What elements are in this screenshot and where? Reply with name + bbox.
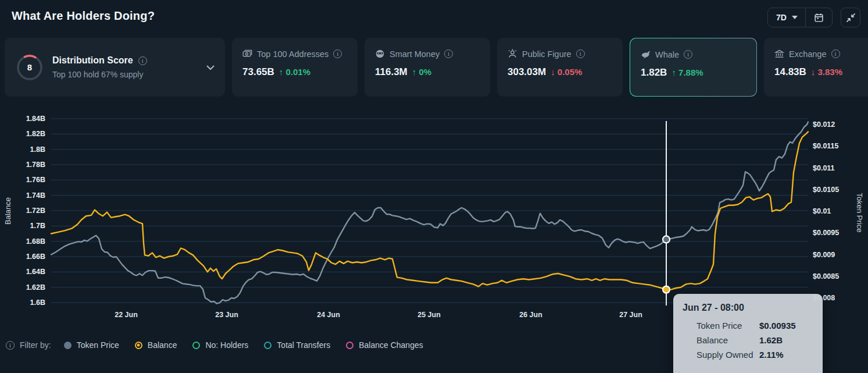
x-axis-tick: 24 Jun: [317, 311, 340, 319]
tooltip-title: Jun 27 - 08:00: [683, 303, 813, 313]
filter-bar: i Filter by: Token PriceBalanceNo: Holde…: [6, 338, 423, 352]
stat-card-label: Whale: [655, 50, 679, 59]
page-title: What Are Holders Doing?: [12, 9, 155, 23]
range-label[interactable]: 7D: [768, 13, 787, 22]
stat-card-whale[interactable]: Whalei1.82B↑ 7.88%: [630, 38, 756, 96]
info-icon[interactable]: i: [138, 56, 147, 65]
filter-option-label: No: Holders: [205, 340, 248, 350]
whale-icon: [641, 49, 651, 59]
filter-radio-icon[interactable]: [64, 342, 72, 349]
right-axis-tick: $0.0115: [813, 142, 839, 150]
distribution-score-card[interactable]: 8 Distribution Score i Top 100 hold 67% …: [5, 38, 225, 97]
left-axis-tick: 1.64B: [0, 268, 45, 276]
tooltip-row-value: 1.62B: [759, 335, 813, 345]
stat-card-value: 1.82B: [641, 67, 667, 78]
smart-money-icon: [375, 49, 385, 59]
x-axis-tick: 23 Jun: [215, 311, 238, 319]
collapse-button[interactable]: [841, 8, 860, 27]
left-axis-tick: 1.66B: [0, 253, 45, 261]
info-icon[interactable]: i: [684, 50, 692, 59]
stat-card-change: ↓ 0.05%: [551, 67, 582, 77]
stat-card-top-100-addresses[interactable]: Top 100 Addressesi73.65B↑ 0.01%: [232, 38, 358, 97]
filter-option-no-holders[interactable]: No: Holders: [192, 340, 248, 350]
right-axis-tick: $0.0105: [813, 186, 839, 194]
filter-option-total-transfers[interactable]: Total Transfers: [264, 340, 330, 350]
chart-plot[interactable]: [51, 119, 808, 303]
filter-radio-icon[interactable]: [135, 342, 142, 349]
tooltip-row: Balance1.62B: [683, 335, 813, 345]
stat-card-public-figure[interactable]: Public Figurei303.03M↓ 0.05%: [497, 38, 623, 97]
stat-card-label: Top 100 Addresses: [257, 49, 328, 59]
stat-card-smart-money[interactable]: Smart Moneyi116.3M↑ 0%: [365, 38, 490, 97]
filter-option-label: Balance Changes: [359, 340, 423, 350]
right-axis-tick: $0.011: [813, 164, 835, 172]
stat-card-change: ↑ 7.88%: [671, 68, 703, 77]
stat-card-label: Smart Money: [390, 49, 440, 59]
tooltip-row-label: Supply Owned: [696, 350, 759, 360]
date-range-selector[interactable]: 7D: [767, 8, 833, 27]
left-axis-tick: 1.68B: [0, 237, 45, 246]
stat-card-value: 116.3M: [375, 66, 408, 77]
right-axis-tick: $0.0095: [813, 229, 839, 237]
info-icon[interactable]: i: [444, 49, 453, 58]
distribution-title: Distribution Score: [52, 55, 133, 66]
filter-option-label: Total Transfers: [277, 340, 330, 350]
x-axis-tick: 25 Jun: [417, 311, 441, 319]
filter-options: Token PriceBalanceNo: HoldersTotal Trans…: [64, 340, 423, 350]
stat-card-label: Public Figure: [522, 49, 571, 59]
stat-card-change: ↑ 0.01%: [279, 67, 310, 77]
money-icon: [242, 49, 252, 59]
x-axis-tick: 26 Jun: [519, 311, 542, 319]
left-axis-tick: 1.6B: [0, 299, 45, 307]
filter-radio-icon[interactable]: [192, 342, 200, 349]
distribution-gauge: 8: [16, 54, 43, 81]
left-axis-tick: 1.84B: [0, 115, 45, 123]
chevron-down-icon[interactable]: [206, 62, 215, 73]
left-axis-tick: 1.8B: [0, 145, 45, 154]
stat-card-value: 303.03M: [508, 66, 546, 77]
stat-card-change: ↑ 0%: [412, 67, 431, 77]
right-axis-tick: $0.009: [813, 251, 835, 259]
public-figure-icon: [508, 49, 517, 59]
holder-stat-cards: 8 Distribution Score i Top 100 hold 67% …: [5, 38, 868, 97]
left-axis-tick: 1.74B: [0, 191, 45, 200]
distribution-text: Distribution Score i Top 100 hold 67% su…: [52, 55, 147, 79]
right-axis-title: Token Price: [855, 189, 864, 237]
stat-card-value: 73.65B: [242, 66, 274, 77]
right-axis-tick: $0.0085: [813, 272, 839, 280]
stat-card-label: Exchange: [789, 49, 827, 59]
info-icon[interactable]: i: [6, 341, 15, 350]
distribution-score-value: 8: [16, 54, 43, 81]
left-axis-tick: 1.7B: [0, 222, 45, 230]
stat-card-change: ↓ 3.83%: [811, 67, 842, 77]
right-axis-tick: $0.01: [813, 207, 831, 215]
calendar-icon[interactable]: [806, 13, 832, 23]
chevron-down-icon: [792, 16, 798, 19]
collapse-icon: [846, 13, 856, 23]
filter-option-token-price[interactable]: Token Price: [64, 340, 119, 350]
filter-radio-icon[interactable]: [346, 342, 353, 349]
tooltip-row: Token Price$0.00935: [683, 321, 813, 331]
info-icon[interactable]: i: [831, 49, 840, 58]
info-icon[interactable]: i: [333, 49, 342, 58]
info-icon[interactable]: i: [576, 49, 585, 58]
filter-option-label: Token Price: [77, 340, 119, 350]
tooltip-row-label: Token Price: [696, 321, 759, 331]
exchange-icon: [774, 49, 784, 59]
left-axis-tick: 1.62B: [0, 283, 45, 292]
x-axis-tick: 27 Jun: [619, 311, 642, 319]
x-axis-tick: 22 Jun: [115, 311, 138, 319]
right-axis-tick: $0.012: [813, 120, 835, 129]
tooltip-row-label: Balance: [696, 335, 759, 345]
stat-card-exchange[interactable]: Exchangei14.83B↓ 3.83%: [764, 38, 868, 97]
left-axis-tick: 1.82B: [0, 130, 45, 138]
filter-option-balance-changes[interactable]: Balance Changes: [346, 340, 423, 350]
tooltip-row-value: $0.00935: [759, 321, 813, 331]
filter-option-balance[interactable]: Balance: [135, 340, 177, 350]
filter-option-label: Balance: [148, 340, 177, 350]
crosshair-price-marker: [663, 236, 670, 243]
crosshair-balance-marker: [663, 286, 670, 293]
filter-radio-icon[interactable]: [264, 342, 272, 349]
tooltip-row: Supply Owned2.11%: [683, 350, 813, 360]
left-axis-tick: 1.78B: [0, 161, 45, 169]
